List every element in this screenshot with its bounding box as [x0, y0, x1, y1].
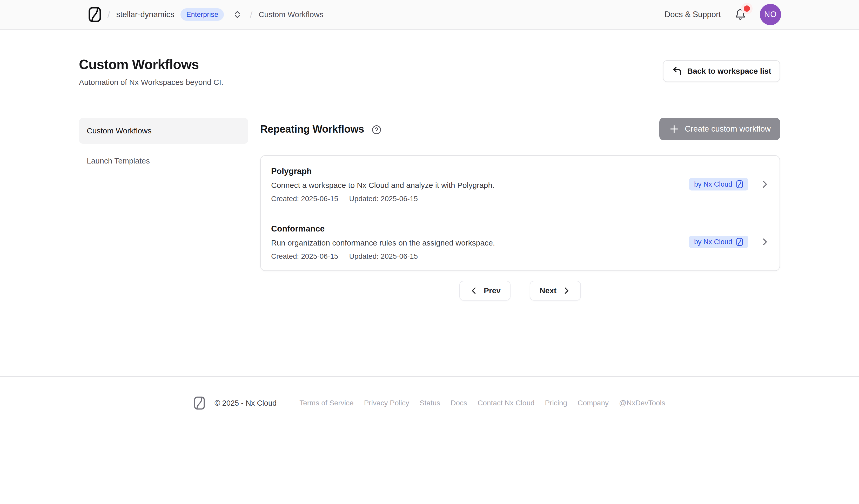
create-button-label: Create custom workflow [685, 124, 771, 134]
workflow-name: Conformance [271, 223, 495, 234]
badge-label: by Nx Cloud [694, 180, 732, 188]
workspace-switcher-button[interactable] [231, 8, 244, 21]
chevron-left-icon [469, 286, 479, 295]
prev-page-button[interactable]: Prev [459, 281, 511, 301]
top-navbar: / stellar-dynamics Enterprise / Custom W… [0, 0, 859, 30]
workflow-info: Conformance Run organization conformance… [271, 223, 495, 261]
footer-copyright: © 2025 - Nx Cloud [214, 399, 276, 408]
header-actions: Docs & Support NO [664, 4, 781, 25]
back-to-workspace-list-button[interactable]: Back to workspace list [663, 60, 780, 82]
breadcrumb: / stellar-dynamics Enterprise / Custom W… [88, 7, 323, 22]
workflow-meta: Created: 2025-06-15 Updated: 2025-06-15 [271, 195, 494, 203]
section-header: Repeating Workflows Create cust [260, 118, 780, 140]
workflow-updated-date: Updated: 2025-06-15 [349, 252, 418, 261]
badge-label: by Nx Cloud [694, 238, 732, 246]
page-header: Custom Workflows Automation of Nx Worksp… [79, 30, 780, 87]
footer-link-docs[interactable]: Docs [451, 399, 467, 407]
workflow-list: Polygraph Connect a workspace to Nx Clou… [260, 155, 780, 271]
chevron-right-icon [760, 179, 770, 189]
page-title-block: Custom Workflows Automation of Nx Worksp… [79, 57, 223, 87]
sidebar-item-custom-workflows[interactable]: Custom Workflows [79, 118, 248, 144]
notification-dot [744, 5, 750, 12]
footer-link-nxdevtools[interactable]: @NxDevTools [619, 399, 665, 407]
pagination: Prev Next [260, 281, 780, 301]
chevron-right-icon [760, 237, 770, 247]
create-custom-workflow-button[interactable]: Create custom workflow [659, 118, 780, 140]
workflow-created-date: Created: 2025-06-15 [271, 252, 338, 261]
help-button[interactable] [371, 124, 382, 136]
workflow-description: Connect a workspace to Nx Cloud and anal… [271, 180, 494, 190]
footer-link-terms[interactable]: Terms of Service [299, 399, 354, 407]
next-button-label: Next [540, 286, 557, 295]
workflow-name: Polygraph [271, 166, 494, 177]
sidebar-item-launch-templates[interactable]: Launch Templates [79, 148, 248, 174]
page-title: Custom Workflows [79, 57, 223, 72]
docs-support-link[interactable]: Docs & Support [664, 10, 721, 19]
nx-cloud-logo-icon[interactable] [88, 7, 101, 22]
plan-badge: Enterprise [180, 8, 224, 21]
footer-link-company[interactable]: Company [577, 399, 609, 407]
plus-icon [669, 124, 680, 135]
chevron-right-icon [562, 286, 571, 295]
page-subtitle: Automation of Nx Workspaces beyond CI. [79, 78, 223, 87]
breadcrumb-separator: / [107, 10, 110, 20]
nx-cloud-mini-logo-icon [736, 180, 743, 188]
breadcrumb-separator: / [250, 10, 252, 20]
workflow-row-actions: by Nx Cloud [689, 236, 770, 248]
by-nx-cloud-badge[interactable]: by Nx Cloud [689, 178, 748, 190]
workflow-row-actions: by Nx Cloud [689, 178, 770, 190]
help-circle-icon [371, 125, 382, 135]
footer-link-privacy[interactable]: Privacy Policy [364, 399, 409, 407]
chevron-up-down-icon [233, 10, 242, 19]
repeating-workflows-section: Repeating Workflows Create cust [260, 118, 780, 301]
footer-link-pricing[interactable]: Pricing [545, 399, 568, 407]
workflow-meta: Created: 2025-06-15 Updated: 2025-06-15 [271, 252, 495, 261]
footer-nx-logo-icon [194, 396, 205, 410]
page-footer: © 2025 - Nx Cloud Terms of Service Priva… [0, 377, 859, 410]
corner-up-left-icon [672, 66, 683, 77]
workflow-row-polygraph[interactable]: Polygraph Connect a workspace to Nx Clou… [261, 156, 780, 213]
user-avatar[interactable]: NO [760, 4, 781, 25]
prev-button-label: Prev [484, 286, 501, 295]
notifications-button[interactable] [733, 7, 747, 21]
workflow-created-date: Created: 2025-06-15 [271, 195, 338, 203]
section-title: Repeating Workflows [260, 123, 364, 135]
footer-link-contact[interactable]: Contact Nx Cloud [478, 399, 534, 407]
workflow-updated-date: Updated: 2025-06-15 [349, 195, 418, 203]
workflow-info: Polygraph Connect a workspace to Nx Clou… [271, 166, 494, 203]
workflow-row-conformance[interactable]: Conformance Run organization conformance… [261, 213, 780, 271]
main-content: Custom Workflows Automation of Nx Worksp… [79, 30, 780, 376]
breadcrumb-current-page: Custom Workflows [259, 10, 323, 19]
nx-cloud-mini-logo-icon [736, 238, 743, 246]
breadcrumb-workspace-name[interactable]: stellar-dynamics [116, 10, 174, 19]
settings-sidebar: Custom Workflows Launch Templates [79, 118, 248, 301]
next-page-button[interactable]: Next [530, 281, 581, 301]
back-button-label: Back to workspace list [687, 67, 771, 76]
footer-link-status[interactable]: Status [420, 399, 440, 407]
content-columns: Custom Workflows Launch Templates Repeat… [79, 118, 780, 301]
footer-links: Terms of Service Privacy Policy Status D… [299, 399, 665, 407]
workflow-description: Run organization conformance rules on th… [271, 238, 495, 248]
by-nx-cloud-badge[interactable]: by Nx Cloud [689, 236, 748, 248]
